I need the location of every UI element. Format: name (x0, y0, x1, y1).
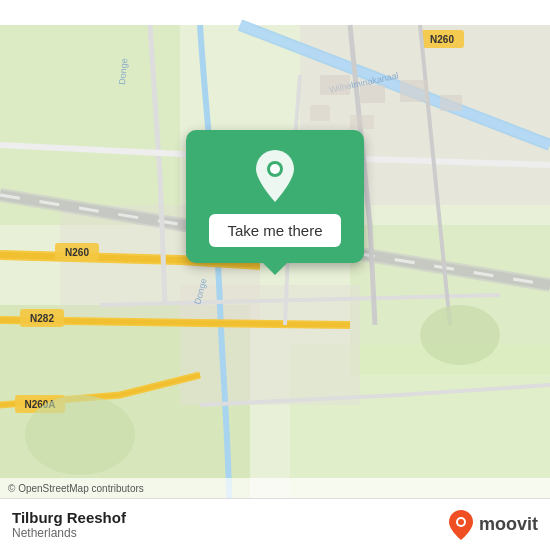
location-pin-icon (251, 148, 299, 204)
svg-rect-21 (400, 80, 428, 102)
copyright-text: © OpenStreetMap contributors (8, 483, 144, 494)
svg-rect-19 (320, 75, 350, 95)
svg-rect-6 (180, 285, 360, 405)
svg-text:Donge: Donge (117, 58, 129, 85)
svg-text:N260: N260 (65, 247, 89, 258)
popup-card: Take me there (186, 130, 364, 263)
svg-rect-12 (15, 395, 65, 413)
svg-rect-14 (420, 30, 464, 48)
moovit-pin-icon (447, 509, 475, 541)
copyright-bar: © OpenStreetMap contributors (0, 478, 550, 498)
svg-rect-8 (55, 243, 99, 261)
svg-text:Donge: Donge (192, 277, 209, 305)
svg-rect-10 (20, 309, 64, 327)
svg-rect-24 (350, 115, 374, 129)
svg-text:N282: N282 (30, 313, 54, 324)
svg-rect-20 (360, 85, 385, 103)
svg-rect-22 (440, 95, 462, 111)
svg-text:Wilhelminakanaal: Wilhelminakanaal (328, 71, 399, 95)
bottom-bar: Tilburg Reeshof Netherlands moovit (0, 498, 550, 550)
location-name: Tilburg Reeshof (12, 509, 126, 526)
svg-point-25 (420, 305, 500, 365)
svg-text:N260: N260 (430, 34, 454, 45)
location-country: Netherlands (12, 526, 126, 540)
svg-point-30 (458, 519, 464, 525)
svg-rect-23 (310, 105, 330, 121)
svg-point-28 (270, 164, 280, 174)
svg-rect-2 (350, 225, 550, 375)
svg-rect-1 (0, 25, 180, 225)
svg-point-26 (25, 395, 135, 475)
svg-text:N260A: N260A (24, 399, 55, 410)
location-info: Tilburg Reeshof Netherlands (12, 509, 126, 540)
take-me-there-button[interactable]: Take me there (209, 214, 340, 247)
svg-rect-0 (0, 25, 550, 525)
moovit-logo: moovit (447, 509, 538, 541)
map-container: N260 N282 N260A N260 Donge Donge Wilhelm… (0, 0, 550, 550)
moovit-logo-text: moovit (479, 514, 538, 535)
